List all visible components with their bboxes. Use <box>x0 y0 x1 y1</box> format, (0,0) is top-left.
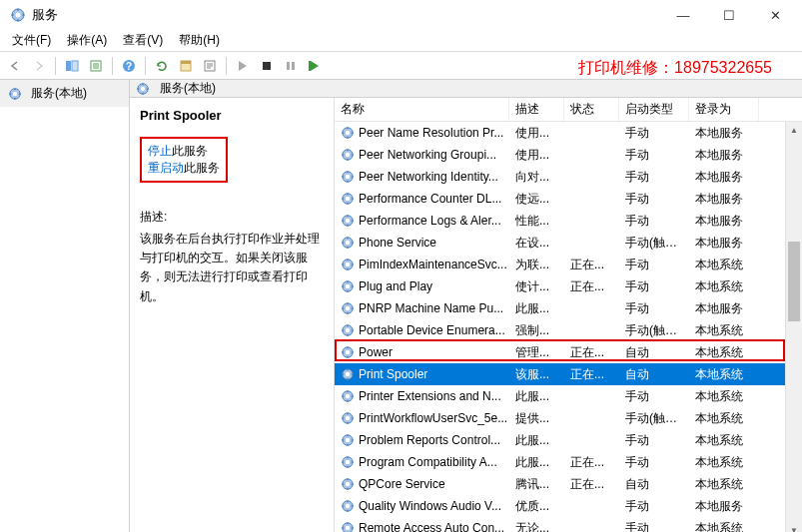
table-row[interactable]: Peer Networking Groupi...使用...手动本地服务 <box>335 144 802 166</box>
gear-icon <box>341 455 355 469</box>
back-button[interactable] <box>4 55 26 77</box>
cell-desc: 优质... <box>509 498 564 515</box>
cell-logon: 本地系统 <box>689 410 759 427</box>
vertical-scrollbar[interactable]: ▲ ▼ <box>785 122 802 532</box>
cell-startup: 手动 <box>619 432 689 449</box>
table-row[interactable]: PimIndexMaintenanceSvc...为联...正在...手动本地系… <box>335 254 802 275</box>
table-row[interactable]: Power管理...正在...自动本地系统 <box>335 341 802 363</box>
cell-logon: 本地服务 <box>689 147 759 164</box>
table-row[interactable]: Printer Extensions and N...此服...手动本地系统 <box>335 385 802 407</box>
maximize-button[interactable]: ☐ <box>706 0 752 30</box>
restart-service-line: 重启动此服务 <box>148 160 220 177</box>
cell-logon: 本地系统 <box>689 344 759 361</box>
cell-status: 正在... <box>564 344 619 361</box>
table-row[interactable]: PNRP Machine Name Pu...此服...手动本地服务 <box>335 297 802 319</box>
cell-startup: 手动 <box>619 169 689 186</box>
cell-status: 正在... <box>564 366 619 383</box>
cell-startup: 手动 <box>619 520 689 533</box>
table-row[interactable]: Program Compatibility A...此服...正在...手动本地… <box>335 451 802 473</box>
menu-view[interactable]: 查看(V) <box>115 30 171 51</box>
cell-name: Power <box>359 345 393 359</box>
gear-icon <box>341 499 355 513</box>
cell-startup: 手动 <box>619 257 689 273</box>
cell-name: PimIndexMaintenanceSvc... <box>359 258 507 271</box>
gear-icon <box>8 87 22 101</box>
refresh-button[interactable] <box>151 55 173 77</box>
cell-startup: 自动 <box>619 476 689 493</box>
description-text: 该服务在后台执行打印作业并处理与打印机的交互。如果关闭该服务，则无法进行打印或查… <box>140 230 324 306</box>
table-row[interactable]: Performance Counter DL...使远...手动本地服务 <box>335 188 802 210</box>
menu-help[interactable]: 帮助(H) <box>171 30 228 51</box>
cell-desc: 无论... <box>509 520 564 533</box>
table-row[interactable]: Phone Service在设...手动(触发...本地服务 <box>335 232 802 254</box>
restart-button[interactable] <box>304 55 326 77</box>
restart-link[interactable]: 重启动 <box>148 161 184 175</box>
gear-icon <box>341 367 355 381</box>
cell-startup: 手动 <box>619 213 689 230</box>
scroll-thumb[interactable] <box>788 242 800 321</box>
menu-file[interactable]: 文件(F) <box>4 30 59 51</box>
col-header-status[interactable]: 状态 <box>564 98 619 121</box>
cell-logon: 本地系统 <box>689 322 759 339</box>
tree-root-item[interactable]: 服务(本地) <box>0 80 129 107</box>
cell-startup: 手动 <box>619 191 689 208</box>
table-row[interactable]: Performance Logs & Aler...性能...手动本地服务 <box>335 210 802 232</box>
cell-startup: 手动(触发... <box>619 235 689 252</box>
show-hide-tree-button[interactable] <box>61 55 83 77</box>
table-row[interactable]: Peer Name Resolution Pr...使用...手动本地服务 <box>335 122 802 144</box>
scroll-up-arrow[interactable]: ▲ <box>786 122 802 139</box>
table-row[interactable]: PrintWorkflowUserSvc_5e...提供...手动(触发...本… <box>335 407 802 429</box>
cell-logon: 本地系统 <box>689 257 759 273</box>
cell-logon: 本地系统 <box>689 454 759 471</box>
play-button[interactable] <box>232 55 254 77</box>
table-row[interactable]: Portable Device Enumera...强制...手动(触发...本… <box>335 319 802 341</box>
cell-status: 正在... <box>564 257 619 273</box>
gear-icon <box>341 148 355 162</box>
table-row[interactable]: Problem Reports Control...此服...手动本地系统 <box>335 429 802 451</box>
cell-startup: 手动 <box>619 454 689 471</box>
table-row[interactable]: Plug and Play使计...正在...手动本地系统 <box>335 275 802 297</box>
cell-logon: 本地服务 <box>689 213 759 230</box>
cell-name: Problem Reports Control... <box>359 433 500 447</box>
export-button[interactable] <box>85 55 107 77</box>
col-header-logon[interactable]: 登录为 <box>689 98 759 121</box>
tree-root-label: 服务(本地) <box>31 85 87 102</box>
cell-name: PNRP Machine Name Pu... <box>359 301 503 315</box>
svg-rect-2 <box>66 61 71 71</box>
close-button[interactable]: ✕ <box>752 0 798 30</box>
menu-action[interactable]: 操作(A) <box>59 30 115 51</box>
col-header-name[interactable]: 名称 <box>335 98 509 121</box>
app-icon <box>10 7 26 23</box>
table-row[interactable]: Quality Windows Audio V...优质...手动本地服务 <box>335 495 802 517</box>
cell-desc: 使用... <box>509 125 564 142</box>
cell-name: Remote Access Auto Con... <box>359 521 504 532</box>
scroll-down-arrow[interactable]: ▼ <box>786 522 802 532</box>
cell-startup: 手动 <box>619 388 689 405</box>
col-header-desc[interactable]: 描述 <box>509 98 564 121</box>
table-row[interactable]: Remote Access Auto Con...无论...手动本地系统 <box>335 517 802 532</box>
table-row[interactable]: Peer Networking Identity...向对...手动本地服务 <box>335 166 802 188</box>
cell-startup: 手动 <box>619 147 689 164</box>
cell-name: Performance Logs & Aler... <box>359 214 501 228</box>
stop-link[interactable]: 停止 <box>148 144 172 158</box>
cell-startup: 手动 <box>619 278 689 295</box>
pause-button[interactable] <box>280 55 302 77</box>
col-header-startup[interactable]: 启动类型 <box>619 98 689 121</box>
cell-desc: 强制... <box>509 322 564 339</box>
gear-icon <box>341 301 355 315</box>
forward-button[interactable] <box>28 55 50 77</box>
cell-name: Peer Name Resolution Pr... <box>359 126 503 140</box>
table-row[interactable]: QPCore Service腾讯...正在...自动本地系统 <box>335 473 802 495</box>
table-row[interactable]: Print Spooler该服...正在...自动本地系统 <box>335 363 802 385</box>
list-body: Peer Name Resolution Pr...使用...手动本地服务Pee… <box>335 122 802 532</box>
svg-rect-12 <box>292 62 295 70</box>
help-button[interactable]: ? <box>118 55 140 77</box>
cell-startup: 自动 <box>619 344 689 361</box>
stop-button[interactable] <box>256 55 278 77</box>
console-button[interactable] <box>199 55 221 77</box>
title-bar: 服务 — ☐ ✕ <box>0 0 802 30</box>
properties-button[interactable] <box>175 55 197 77</box>
minimize-button[interactable]: — <box>660 0 706 30</box>
cell-name: Phone Service <box>359 236 436 250</box>
cell-logon: 本地服务 <box>689 235 759 252</box>
